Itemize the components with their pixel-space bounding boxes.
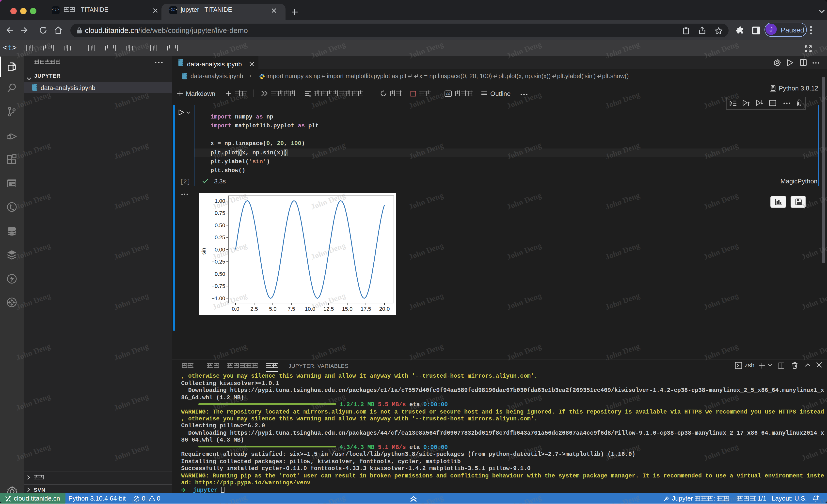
svg-text:0.00: 0.00: [214, 246, 225, 253]
svg-text:−1.00: −1.00: [211, 295, 225, 301]
svg-text:17.5: 17.5: [360, 306, 371, 312]
svg-text:0.25: 0.25: [214, 234, 225, 240]
svg-text:20.0: 20.0: [379, 306, 390, 312]
svg-text:0.50: 0.50: [214, 222, 225, 228]
svg-text:sin: sin: [200, 248, 206, 255]
svg-text:5.0: 5.0: [269, 306, 277, 312]
svg-text:15.0: 15.0: [342, 306, 352, 312]
svg-text:−0.25: −0.25: [211, 259, 225, 265]
svg-text:0.75: 0.75: [214, 210, 225, 216]
svg-text:0.0: 0.0: [232, 306, 239, 312]
svg-text:−0.50: −0.50: [211, 271, 225, 277]
svg-text:−0.75: −0.75: [211, 283, 225, 289]
svg-text:12.5: 12.5: [323, 306, 334, 312]
svg-text:2.5: 2.5: [250, 306, 258, 312]
svg-text:7.5: 7.5: [288, 306, 295, 312]
svg-text:(x): (x): [446, 92, 450, 96]
svg-text:10.0: 10.0: [304, 306, 315, 312]
svg-text:1.00: 1.00: [214, 198, 225, 204]
